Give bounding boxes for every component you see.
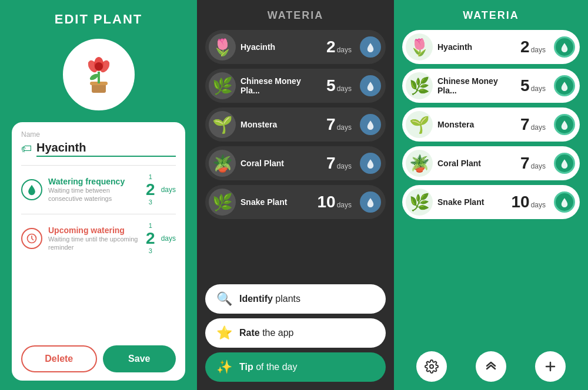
right-water-button[interactable]: [554, 191, 575, 213]
bottom-nav: [402, 345, 580, 382]
upcoming-watering-section: Upcoming watering Waiting time until the…: [21, 214, 176, 263]
plant-name: Monstera: [240, 120, 322, 129]
plant-name: Hyacinth: [240, 42, 322, 52]
right-panel: WATERIA 🌷 Hyacinth 2 days 🌿 Chinese Mone…: [394, 0, 588, 390]
plant-days: 2 days: [326, 39, 352, 55]
tip-icon: ✨: [216, 359, 232, 375]
add-plant-nav-button[interactable]: [535, 351, 566, 382]
water-button[interactable]: [360, 153, 381, 174]
edit-buttons: Delete Save: [21, 339, 176, 372]
water-button[interactable]: [360, 75, 381, 96]
water-button[interactable]: [360, 191, 381, 213]
identify-plants-button[interactable]: 🔍 Identify plants: [205, 284, 386, 314]
watering-current: 2: [146, 181, 155, 198]
right-plant-days: 5 days: [520, 78, 546, 94]
right-plant-thumb: 🌱: [406, 111, 433, 138]
middle-plant-row[interactable]: 🌿 Snake Plant 10 days: [205, 185, 386, 219]
right-plant-row[interactable]: 🌿 Chinese Money Pla... 5 days: [402, 69, 580, 103]
right-plant-row[interactable]: 🪴 Coral Plant 7 days: [402, 146, 580, 180]
tag-icon: 🏷: [21, 143, 32, 155]
plant-thumb: 🪴: [209, 150, 236, 177]
scroll-up-nav-button[interactable]: [476, 351, 506, 382]
edit-card: Name 🏷 Watering frequency Waiting time b…: [12, 122, 185, 381]
middle-plant-row[interactable]: 🌷 Hyacinth 2 days: [205, 30, 386, 64]
plant-days: 5 days: [326, 78, 352, 94]
right-plant-row[interactable]: 🌷 Hyacinth 2 days: [402, 30, 580, 64]
watering-unit: days: [161, 186, 176, 194]
plant-name: Chinese Money Pla...: [240, 76, 322, 95]
right-water-button[interactable]: [554, 114, 575, 135]
watering-icon: [21, 179, 42, 200]
settings-nav-button[interactable]: [416, 351, 447, 382]
plant-name: Snake Plant: [240, 197, 312, 207]
upcoming-above: 1: [149, 223, 152, 229]
right-plant-days: 10 days: [511, 194, 546, 210]
plant-avatar[interactable]: [61, 36, 137, 113]
save-button[interactable]: Save: [103, 345, 176, 372]
plant-days: 7 days: [326, 116, 352, 133]
rate-label: Rate the app: [239, 328, 294, 338]
watering-spinner[interactable]: 1 2 3: [146, 174, 155, 206]
svg-point-7: [95, 62, 103, 70]
tip-button[interactable]: ✨ Tip of the day: [205, 352, 386, 382]
right-plant-row[interactable]: 🌿 Snake Plant 10 days: [402, 185, 580, 219]
upcoming-icon: [21, 228, 42, 249]
upcoming-title: Upcoming watering: [48, 226, 140, 235]
svg-point-9: [430, 365, 433, 368]
plant-days: 10 days: [317, 194, 352, 210]
identify-label: Identify plants: [239, 294, 300, 304]
name-input[interactable]: [36, 141, 176, 157]
middle-panel: WATERIA 🌷 Hyacinth 2 days 🌿 Chinese Mone…: [197, 0, 394, 390]
middle-plant-list: 🌷 Hyacinth 2 days 🌿 Chinese Money Pla...…: [205, 30, 386, 276]
watering-title: Watering frequency: [48, 177, 140, 186]
name-label: Name: [21, 130, 176, 139]
left-panel: EDIT PLANT Name 🏷: [0, 0, 197, 390]
rate-app-button[interactable]: ⭐ Rate the app: [205, 318, 386, 348]
upcoming-below: 3: [149, 248, 152, 254]
identify-icon: 🔍: [216, 291, 232, 307]
upcoming-unit: days: [161, 234, 176, 243]
water-button[interactable]: [360, 114, 381, 135]
upcoming-current: 2: [146, 230, 155, 247]
right-plant-name: Snake Plant: [437, 197, 506, 207]
right-plant-name: Coral Plant: [437, 159, 516, 168]
plant-days: 7 days: [326, 155, 352, 172]
right-plant-thumb: 🌷: [406, 33, 433, 60]
right-plant-days: 2 days: [520, 39, 546, 55]
tip-label: Tip of the day: [239, 362, 297, 372]
middle-plant-row[interactable]: 🌱 Monstera 7 days: [205, 107, 386, 142]
edit-plant-title: EDIT PLANT: [55, 12, 143, 27]
middle-plant-row[interactable]: 🌿 Chinese Money Pla... 5 days: [205, 69, 386, 103]
watering-above: 1: [149, 174, 152, 180]
right-plant-row[interactable]: 🌱 Monstera 7 days: [402, 107, 580, 142]
water-button[interactable]: [360, 36, 381, 58]
action-buttons: 🔍 Identify plants ⭐ Rate the app ✨ Tip o…: [205, 284, 386, 382]
right-plant-thumb: 🌿: [406, 72, 433, 99]
right-water-button[interactable]: [554, 153, 575, 174]
middle-plant-row[interactable]: 🪴 Coral Plant 7 days: [205, 146, 386, 180]
right-plant-name: Hyacinth: [437, 42, 516, 52]
right-plant-thumb: 🌿: [406, 189, 433, 216]
upcoming-subtitle: Waiting time until the upcoming reminder: [48, 235, 140, 252]
right-title: WATERIA: [402, 9, 580, 22]
right-plant-name: Chinese Money Pla...: [437, 76, 516, 95]
right-plant-thumb: 🪴: [406, 150, 433, 177]
right-plant-name: Monstera: [437, 120, 516, 129]
rate-icon: ⭐: [216, 325, 232, 341]
plant-thumb: 🌷: [209, 33, 236, 60]
middle-title: WATERIA: [205, 9, 386, 22]
plant-thumb: 🌿: [209, 72, 236, 99]
name-section: Name 🏷: [21, 130, 176, 166]
delete-button[interactable]: Delete: [21, 345, 97, 372]
svg-rect-2: [98, 72, 100, 83]
watering-frequency-section: Watering frequency Waiting time between …: [21, 166, 176, 214]
plant-thumb: 🌿: [209, 189, 236, 216]
right-water-button[interactable]: [554, 36, 575, 58]
right-plant-days: 7 days: [520, 116, 546, 133]
upcoming-spinner[interactable]: 1 2 3: [146, 223, 155, 254]
plant-thumb: 🌱: [209, 111, 236, 138]
right-water-button[interactable]: [554, 75, 575, 96]
watering-subtitle: Waiting time between consecutive waterin…: [48, 186, 140, 203]
right-plant-days: 7 days: [520, 155, 546, 172]
watering-below: 3: [149, 199, 152, 206]
